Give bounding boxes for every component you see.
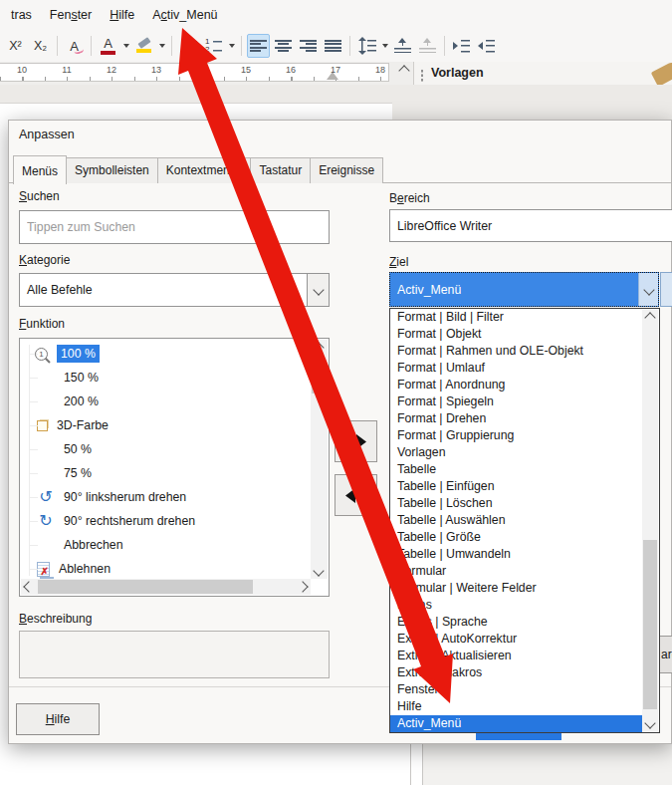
- numbered-list-icon[interactable]: 12: [202, 34, 225, 58]
- function-item-100[interactable]: 1100 %: [21, 342, 100, 366]
- target-option-format-umlauf[interactable]: Format | Umlauf: [390, 360, 642, 377]
- scope-select[interactable]: LibreOffice Writer: [389, 209, 672, 242]
- chevron-down-icon: [643, 284, 654, 295]
- function-item-label: 75 %: [64, 466, 92, 480]
- target-option-vorlagen[interactable]: Vorlagen: [390, 444, 642, 461]
- target-combobox[interactable]: Activ_Menü: [389, 272, 659, 307]
- target-option-format-bild-filter[interactable]: Format | Bild | Filter: [390, 309, 642, 326]
- chevron-down-icon: [313, 284, 324, 295]
- spotlight-brush-icon[interactable]: [651, 61, 672, 87]
- target-option-fenster[interactable]: Fenster: [390, 681, 642, 698]
- target-option-hilfe[interactable]: Hilfe: [390, 698, 642, 715]
- numbered-list-dropdown-icon[interactable]: [229, 44, 235, 48]
- target-option-tabelle-gr-e[interactable]: Tabelle | Größe: [390, 529, 642, 546]
- target-option-format-drehen[interactable]: Format | Drehen: [390, 410, 642, 427]
- dropdown-scrollbar[interactable]: [642, 310, 658, 731]
- function-item-ablehnen[interactable]: ✗Ablehnen: [21, 557, 111, 581]
- category-select[interactable]: Alle Befehle: [19, 273, 330, 307]
- target-option-format-gruppierung[interactable]: Format | Gruppierung: [390, 427, 642, 444]
- superscript-icon[interactable]: X²: [4, 34, 27, 58]
- scroll-left-icon[interactable]: [21, 579, 37, 595]
- function-item-90-rechtsherum-drehen[interactable]: ↻90° rechtsherum drehen: [21, 509, 195, 533]
- target-option-extras-makros[interactable]: Extras | Makros: [390, 664, 642, 681]
- increase-indent-icon[interactable]: [450, 34, 473, 58]
- menu-item-activ-men[interactable]: Activ_Menü: [143, 4, 226, 26]
- category-dropdown-button[interactable]: [307, 274, 329, 306]
- remove-item-button[interactable]: [335, 474, 377, 516]
- scroll-down-icon[interactable]: [642, 715, 658, 731]
- screenshot-root: trasFensterHilfeActiv_Menü X² X₂ A A 12: [0, 0, 672, 785]
- target-option-tabelle[interactable]: Tabelle: [390, 461, 642, 478]
- function-item-abbrechen[interactable]: Abbrechen: [21, 533, 122, 557]
- function-item-75[interactable]: 75 %: [21, 461, 92, 485]
- rotate-left-icon: ↺: [37, 489, 55, 505]
- align-left-icon[interactable]: [247, 34, 270, 58]
- clipped-standard-button[interactable]: ard: [659, 636, 672, 673]
- line-spacing-dropdown-icon[interactable]: [382, 44, 388, 48]
- scroll-down-icon[interactable]: [311, 563, 327, 579]
- horizontal-ruler[interactable]: 101112131415161718: [0, 63, 389, 82]
- target-option-extras-aktualisieren[interactable]: Extras | Aktualisieren: [390, 648, 642, 664]
- menu-item-tras[interactable]: tras: [2, 4, 41, 26]
- function-list-hscrollbar[interactable]: [21, 579, 311, 595]
- align-center-icon[interactable]: [272, 34, 295, 58]
- tab-men-s[interactable]: Menüs: [13, 155, 67, 184]
- font-color-icon[interactable]: A: [97, 34, 119, 58]
- target-option-format-objekt[interactable]: Format | Objekt: [390, 326, 642, 343]
- scroll-up-icon[interactable]: [311, 340, 327, 356]
- target-option-extras-autokorrektur[interactable]: Extras | AutoKorrektur: [390, 631, 642, 648]
- add-item-button[interactable]: [335, 420, 377, 462]
- help-button[interactable]: Hilfe: [16, 703, 100, 735]
- menu-item-hilfe[interactable]: Hilfe: [101, 4, 143, 26]
- target-option-tabelle-l-schen[interactable]: Tabelle | Löschen: [390, 495, 642, 512]
- font-color-dropdown-icon[interactable]: [123, 44, 129, 48]
- target-option-formular[interactable]: Formular: [390, 563, 642, 580]
- target-option-format-anordnung[interactable]: Format | Anordnung: [390, 377, 642, 393]
- vscroll-thumb[interactable]: [312, 361, 327, 393]
- dropdown-scroll-thumb[interactable]: [643, 540, 657, 709]
- target-option-extras[interactable]: Extras: [390, 597, 642, 614]
- align-right-icon[interactable]: [297, 34, 320, 58]
- target-dropdown-list[interactable]: Format | Bild | FilterFormat | ObjektFor…: [389, 308, 660, 733]
- decrease-indent-icon[interactable]: [475, 34, 498, 58]
- scroll-right-icon[interactable]: [295, 579, 311, 595]
- target-option-tabelle-einf-gen[interactable]: Tabelle | Einfügen: [390, 478, 642, 495]
- scroll-up-icon[interactable]: [642, 310, 658, 326]
- target-option-tabelle-ausw-hlen[interactable]: Tabelle | Auswählen: [390, 512, 642, 529]
- highlight-dropdown-icon[interactable]: [159, 44, 165, 48]
- target-option-tabelle-umwandeln[interactable]: Tabelle | Umwandeln: [390, 546, 642, 563]
- customize-dialog: Anpassen MenüsSymbolleistenKontextmenüsT…: [8, 120, 672, 744]
- menu-item-fenster[interactable]: Fenster: [41, 4, 101, 26]
- target-menu-button[interactable]: [660, 272, 672, 307]
- scroll-up-icon[interactable]: [398, 65, 409, 76]
- marker-pen: [137, 37, 150, 49]
- bullet-list-icon[interactable]: [177, 34, 200, 58]
- target-option-format-rahmen-und-ole-objekt[interactable]: Format | Rahmen und OLE-Objekt: [390, 343, 642, 360]
- target-dropdown-button[interactable]: [638, 273, 658, 306]
- tab-symbolleisten[interactable]: Symbolleisten: [66, 157, 158, 183]
- tab-tastatur[interactable]: Tastatur: [250, 157, 311, 183]
- target-option-activ-men[interactable]: Activ_Menü: [390, 715, 642, 732]
- target-option-formular-weitere-felder[interactable]: Formular | Weitere Felder: [390, 580, 642, 597]
- clear-formatting-icon[interactable]: A: [63, 34, 86, 58]
- target-option-format-spiegeln[interactable]: Format | Spiegeln: [390, 393, 642, 410]
- hscroll-thumb[interactable]: [38, 580, 253, 594]
- function-item-3d-farbe[interactable]: 3D-Farbe: [21, 413, 109, 437]
- target-label: Ziel: [389, 255, 408, 269]
- highlight-color-icon[interactable]: [132, 34, 155, 58]
- function-item-50[interactable]: 50 %: [21, 437, 92, 461]
- align-justify-icon[interactable]: [322, 34, 344, 58]
- subscript-icon[interactable]: X₂: [29, 34, 52, 58]
- function-list[interactable]: 1100 %150 %200 %3D-Farbe50 %75 %↺90° lin…: [19, 338, 330, 597]
- tab-ereignisse[interactable]: Ereignisse: [310, 157, 383, 183]
- function-item-90-linksherum-drehen[interactable]: ↺90° linksherum drehen: [21, 485, 186, 509]
- tab-kontextmen-s[interactable]: Kontextmenüs: [157, 157, 252, 183]
- increase-paragraph-spacing-icon[interactable]: [391, 34, 414, 58]
- target-option-extras-sprache[interactable]: Extras | Sprache: [390, 614, 642, 631]
- function-item-150[interactable]: 150 %: [21, 366, 99, 390]
- panel-drag-handle-icon[interactable]: [420, 69, 424, 83]
- function-item-200[interactable]: 200 %: [21, 390, 99, 413]
- line-spacing-icon[interactable]: [355, 34, 378, 58]
- function-list-vscrollbar[interactable]: [311, 340, 328, 579]
- search-input[interactable]: [19, 210, 330, 244]
